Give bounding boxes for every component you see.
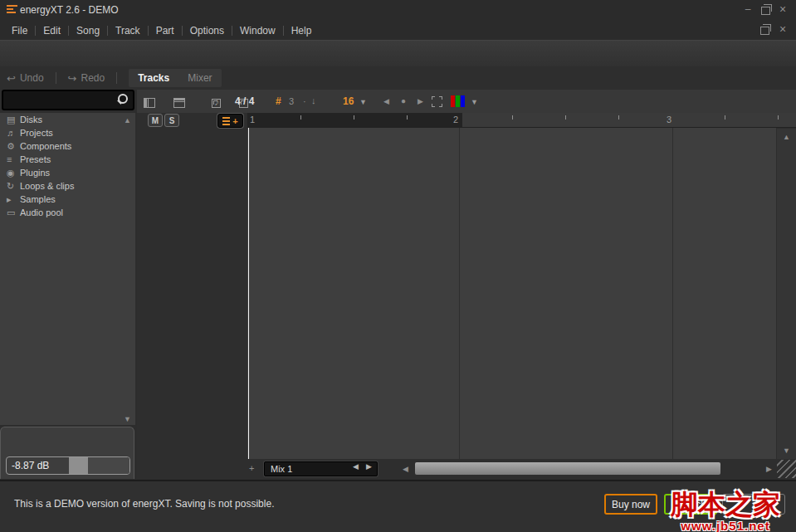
menu-options[interactable]: Options: [185, 25, 229, 37]
sidebar-item-projects[interactable]: ♬Projects: [0, 126, 135, 139]
plus-icon: +: [232, 117, 237, 125]
arrow-down-icon[interactable]: ↓: [311, 95, 316, 105]
sidebar-item-components[interactable]: ⚙Components: [0, 139, 135, 153]
watermark-title: 脚本之家: [655, 491, 796, 518]
solo-button[interactable]: S: [164, 114, 179, 127]
disk-icon: ▤: [7, 115, 20, 125]
playhead[interactable]: [248, 128, 249, 459]
undo-icon: ↩: [7, 72, 16, 85]
timeline-ruler[interactable]: 1 2 3: [247, 113, 796, 128]
mix-prev-icon[interactable]: ◀: [353, 462, 359, 471]
browser-scroll-down-icon[interactable]: ▼: [124, 415, 131, 423]
app-logo-icon: [7, 5, 20, 16]
watermark: 脚本之家 www.jb51.net: [655, 491, 796, 532]
volume-level-value: -8.87 dB: [12, 460, 49, 471]
tab-mixer[interactable]: Mixer: [178, 69, 221, 87]
menu-song[interactable]: Song: [71, 25, 105, 37]
grid-resolution-value[interactable]: 16: [343, 95, 354, 107]
ruler-mark-3: 3: [667, 115, 671, 124]
scroll-down-icon[interactable]: ▼: [783, 447, 790, 455]
resize-grip[interactable]: [777, 460, 796, 478]
sidebar-item-plugins[interactable]: ◉Plugins: [0, 166, 135, 179]
arrange-canvas[interactable]: [247, 128, 776, 459]
menu-window[interactable]: Window: [235, 25, 281, 37]
plugin-icon: ◉: [7, 168, 20, 178]
hscroll-right-icon[interactable]: ▶: [766, 465, 772, 473]
sidebar-item-loops-clips[interactable]: ↻Loops & clips: [0, 179, 135, 193]
add-mix-button[interactable]: +: [249, 463, 254, 473]
menu-file[interactable]: File: [7, 25, 32, 37]
close-icon[interactable]: ×: [776, 4, 789, 16]
grid-dropdown-icon[interactable]: ▼: [359, 98, 367, 106]
mute-button[interactable]: M: [148, 114, 163, 127]
nav-left-icon[interactable]: ◀: [383, 97, 389, 105]
view-tabs: Tracks Mixer: [129, 69, 221, 87]
add-track-button[interactable]: +: [217, 114, 243, 128]
sidebar-item-presets[interactable]: ≡Presets: [0, 153, 135, 166]
list-icon: ≡: [7, 154, 20, 164]
sidebar-item-disks[interactable]: ▤Disks: [0, 113, 135, 126]
browser-list: ▤Disks ♬Projects ⚙Components ≡Presets ◉P…: [0, 113, 135, 425]
hscroll-left-icon[interactable]: ◀: [403, 465, 408, 473]
redo-button[interactable]: ↪ Redo: [68, 72, 105, 85]
volume-slider-handle[interactable]: [69, 457, 88, 474]
sequencer-bottom-bar: + Mix 1 ◀ ▶ ◀ ▶: [137, 459, 796, 479]
menu-edit[interactable]: Edit: [38, 25, 66, 37]
bar-line: [672, 128, 673, 459]
track-color-swatch[interactable]: [451, 95, 465, 107]
menu-help[interactable]: Help: [286, 25, 317, 37]
nav-center-icon[interactable]: ●: [401, 96, 406, 105]
split-vertical-icon[interactable]: [144, 98, 155, 108]
vertical-scrollbar[interactable]: ▲ ▼: [777, 129, 796, 459]
mix-next-icon[interactable]: ▶: [366, 462, 372, 471]
sequencer-toolbar: ♪ 4 / 4 # 3 · ↓ 16 ▼ ◀ ● ▶ ▼: [137, 90, 796, 113]
gear-icon: ⚙: [7, 141, 20, 152]
folder-icon: ▭: [7, 207, 20, 218]
fullscreen-icon[interactable]: [432, 96, 442, 107]
buy-now-button[interactable]: Buy now: [604, 494, 657, 515]
play-triangle-icon: ▸: [7, 194, 20, 205]
track-menu-icon: [222, 117, 230, 125]
loop-clip-icon: ↻: [7, 181, 20, 192]
undo-button[interactable]: ↩ Undo: [7, 72, 44, 85]
volume-slider[interactable]: -8.87 dB: [6, 456, 130, 475]
search-input[interactable]: [2, 90, 134, 110]
note-icon[interactable]: ♪: [214, 95, 220, 108]
menu-bar: File Edit Song Track Part Options Window…: [0, 21, 796, 40]
scroll-up-icon[interactable]: ▲: [783, 133, 790, 141]
ruler-mark-2: 2: [453, 115, 458, 124]
window-title: energyXT 2.6 - DEMO: [20, 4, 119, 16]
split-horizontal-icon[interactable]: [173, 98, 185, 108]
watermark-url: www.jb51.net: [655, 520, 796, 532]
time-signature-value[interactable]: 4 / 4: [235, 95, 254, 107]
restore-icon[interactable]: [759, 4, 772, 16]
tab-tracks[interactable]: Tracks: [129, 69, 178, 87]
main-toolbar: <new project> ▼ 120.00 bpm ↺ ●: [0, 40, 796, 66]
demo-message: This is a DEMO version of energXT. Savin…: [14, 498, 274, 510]
snap-value[interactable]: 3: [289, 96, 294, 106]
ruler-mark-1: 1: [250, 115, 255, 124]
child-close-icon[interactable]: ×: [776, 24, 789, 36]
nav-right-icon[interactable]: ▶: [418, 97, 423, 105]
app-window: energyXT 2.6 - DEMO – × File Edit Song T…: [0, 0, 796, 532]
minimize-icon[interactable]: –: [741, 4, 754, 16]
search-icon: [117, 94, 129, 105]
sidebar-item-audio-pool[interactable]: ▭Audio pool: [0, 206, 135, 219]
menu-track[interactable]: Track: [110, 25, 145, 37]
dot-icon: ·: [303, 96, 306, 106]
sidebar-item-samples[interactable]: ▸Samples: [0, 193, 135, 206]
edit-bar: ↩ Undo ↪ Redo Tracks Mixer: [0, 66, 796, 90]
redo-icon: ↪: [68, 72, 77, 85]
track-header-column: [137, 113, 247, 459]
child-restore-icon[interactable]: [758, 24, 771, 36]
note-icon: ♬: [7, 128, 20, 138]
snap-grid-icon[interactable]: #: [276, 95, 281, 107]
ruler-loop-region: [247, 113, 462, 127]
bar-line: [459, 128, 460, 459]
mix-selector[interactable]: Mix 1: [264, 461, 378, 476]
horizontal-scrollbar-thumb[interactable]: [415, 462, 720, 475]
title-bar: energyXT 2.6 - DEMO – ×: [0, 0, 796, 21]
color-dropdown-icon[interactable]: ▼: [471, 98, 478, 106]
menu-part[interactable]: Part: [151, 25, 179, 37]
browser-scroll-up-icon[interactable]: ▲: [124, 116, 131, 124]
